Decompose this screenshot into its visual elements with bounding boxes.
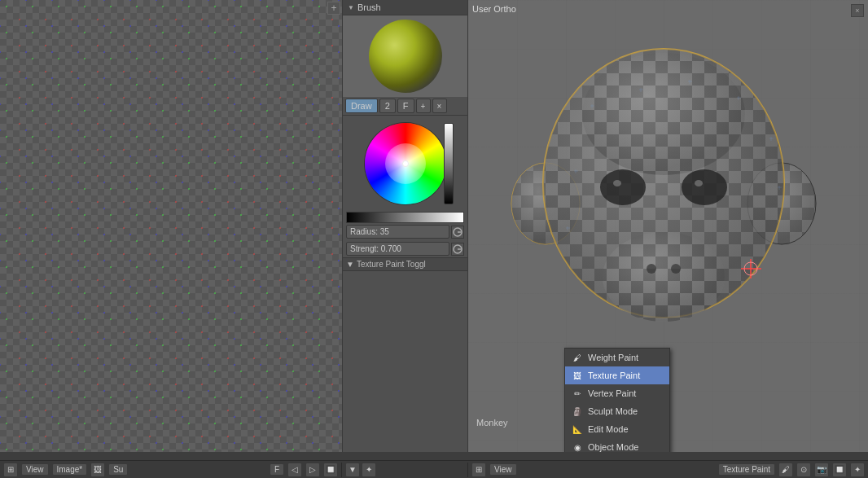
image-menu-button[interactable]: Image* <box>52 463 88 476</box>
radius-button[interactable]: Radius: 35 <box>346 225 449 239</box>
tool-number[interactable]: 2 <box>379 99 396 113</box>
sculpt-mode-label: Sculpt Mode <box>588 406 638 416</box>
bottom-bar-left: ⊞ View Image* 🖼 Su F ◁ ▷ 🔲 <box>0 463 342 477</box>
weight-paint-icon: 🖌 <box>572 352 583 363</box>
strength-param-row: Strengt: 0.700 <box>343 240 467 257</box>
add-panel-button[interactable]: + <box>327 2 340 15</box>
remove-tool-button[interactable]: × <box>432 99 447 113</box>
texture-paint-label: Texture Paint <box>588 371 640 380</box>
svg-point-20 <box>647 264 656 274</box>
object-mode-icon: ◉ <box>572 441 583 452</box>
star-icon[interactable]: ✦ <box>850 463 865 477</box>
mode-button[interactable]: Texture Paint <box>718 463 775 476</box>
svg-point-17 <box>682 169 727 205</box>
su-button[interactable]: Su <box>108 463 128 476</box>
dot-overlay <box>0 0 342 452</box>
right-panel: User Ortho × <box>468 0 868 452</box>
brush-panel: ▼ Brush Draw 2 F + × <box>342 0 468 452</box>
image-icon[interactable]: 🖼 <box>90 463 105 477</box>
edit-mode-icon: 📐 <box>572 423 583 435</box>
brush-preview <box>343 15 467 97</box>
dropdown-item-texture-paint[interactable]: 🖼 Texture Paint <box>565 366 669 384</box>
main-layout: + ▼ Brush Draw 2 F + × <box>0 0 868 478</box>
mode-dropdown-menu: 🖌 Weight Paint 🖼 Texture Paint ✏ Vertex … <box>564 348 670 452</box>
brightness-strip[interactable] <box>444 123 454 204</box>
content-area: + ▼ Brush Draw 2 F + × <box>0 0 868 460</box>
radius-icon[interactable] <box>451 226 464 239</box>
color-wheel[interactable] <box>365 123 446 204</box>
texture-label: Texture Paint Toggl <box>357 260 426 269</box>
svg-point-21 <box>671 264 681 274</box>
view-menu-button-right[interactable]: View <box>489 463 517 476</box>
right-arrow-icon[interactable]: ▷ <box>305 463 320 477</box>
sculpt-mode-icon: 🗿 <box>572 406 583 417</box>
grid-view-icon[interactable]: 🔲 <box>832 463 847 477</box>
bottom-status-bar: ⊞ View Image* 🖼 Su F ◁ ▷ 🔲 ▼ ✦ ⊞ View Te… <box>0 460 868 478</box>
add-tool-button[interactable]: + <box>416 99 431 113</box>
vertex-paint-label: Vertex Paint <box>588 388 636 398</box>
dropdown-item-vertex-paint[interactable]: ✏ Vertex Paint <box>565 384 669 402</box>
strength-icon[interactable] <box>451 243 464 256</box>
color-gradient-strip[interactable] <box>346 212 464 223</box>
dropdown-item-edit-mode[interactable]: 📐 Edit Mode <box>565 420 669 438</box>
radius-param-row: Radius: 35 <box>343 223 467 240</box>
texture-paint-icon: 🖼 <box>572 370 583 381</box>
bottom-bar-mid: ▼ ✦ <box>342 463 468 477</box>
left-editor-type-icon[interactable]: ⊞ <box>3 463 18 477</box>
vertex-paint-icon: ✏ <box>572 388 583 399</box>
monkey-svg <box>509 24 818 383</box>
color-wheel-container <box>343 116 467 212</box>
gradient-strip-container <box>343 212 467 223</box>
brush-header: ▼ Brush <box>343 0 467 15</box>
view-menu-button[interactable]: View <box>21 463 49 476</box>
svg-point-16 <box>600 169 646 205</box>
svg-point-18 <box>613 180 621 186</box>
mid-icon1[interactable]: ▼ <box>345 463 360 477</box>
color-wheel-dot[interactable] <box>402 160 409 167</box>
texture-section-header[interactable]: ▼ Texture Paint Toggl <box>343 257 467 271</box>
bottom-bar-right: ⊞ View Texture Paint 🖌 ⊙ 📷 🔲 ✦ <box>468 463 868 477</box>
tool-row: Draw 2 F + × <box>343 97 467 116</box>
dropdown-item-object-mode[interactable]: ◉ Object Mode <box>565 438 669 452</box>
left-arrow-icon[interactable]: ◁ <box>287 463 302 477</box>
brush-title: Brush <box>357 2 381 12</box>
svg-point-19 <box>695 180 703 186</box>
brush-icon[interactable]: 🖌 <box>778 463 793 477</box>
left-panel: + <box>0 0 342 452</box>
strength-button[interactable]: Strengt: 0.700 <box>346 242 449 256</box>
checkerboard-bg <box>0 0 342 452</box>
viewport-circle-icon[interactable]: ⊙ <box>796 463 811 477</box>
viewport-label: User Ortho <box>472 4 516 14</box>
draw-tool-button[interactable]: Draw <box>345 99 378 113</box>
monkey-label: Monkey <box>476 418 508 428</box>
edit-mode-label: Edit Mode <box>588 424 629 434</box>
dropdown-item-sculpt-mode[interactable]: 🗿 Sculpt Mode <box>565 402 669 420</box>
monkey-model <box>509 24 818 383</box>
brush-preview-circle <box>369 20 442 93</box>
svg-point-15 <box>603 232 725 322</box>
grid-icon[interactable]: 🔲 <box>323 463 338 477</box>
svg-point-13 <box>582 53 745 175</box>
f-shortcut-button[interactable]: F <box>270 463 284 476</box>
mid-icon2[interactable]: ✦ <box>362 463 376 477</box>
camera-icon[interactable]: 📷 <box>814 463 829 477</box>
texture-triangle: ▼ <box>346 260 354 269</box>
object-mode-label: Object Mode <box>588 442 638 452</box>
dropdown-item-weight-paint[interactable]: 🖌 Weight Paint <box>565 349 669 366</box>
viewport-corner-icon[interactable]: × <box>851 4 864 17</box>
right-editor-type-icon[interactable]: ⊞ <box>471 463 486 477</box>
f-key-button[interactable]: F <box>397 99 414 113</box>
weight-paint-label: Weight Paint <box>588 353 638 362</box>
brush-triangle: ▼ <box>348 4 354 11</box>
